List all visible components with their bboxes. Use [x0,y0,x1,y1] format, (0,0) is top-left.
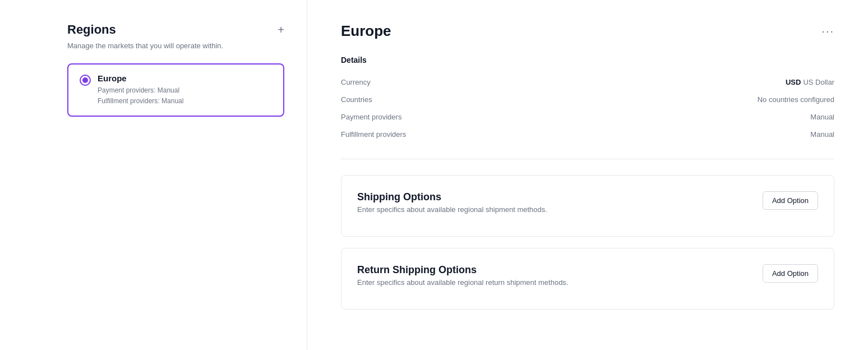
return-shipping-options-section: Return Shipping Options Enter specifics … [341,248,834,310]
shipping-options-subtitle: Enter specifics about available regional… [357,205,547,214]
region-title: Europe [341,22,391,40]
payment-providers-value: Manual [810,113,834,121]
page-layout: Regions + Manage the markets that you wi… [0,0,868,350]
left-panel: Regions + Manage the markets that you wi… [0,0,307,350]
fulfillment-providers-value: Manual [810,130,834,139]
currency-code: USD [786,78,801,86]
region-payment-providers: Payment providers: Manual [98,85,183,96]
countries-key: Countries [341,95,372,104]
region-name: Europe [98,73,183,83]
region-info: Europe Payment providers: Manual Fulfill… [98,73,183,107]
currency-row: Currency USDUS Dollar [341,73,834,91]
return-shipping-options-title: Return Shipping Options [357,264,569,276]
payment-providers-row: Payment providers Manual [341,108,834,126]
right-panel: Europe ··· Details Currency USDUS Dollar… [307,0,868,350]
region-card-europe[interactable]: Europe Payment providers: Manual Fulfill… [67,63,284,117]
return-shipping-options-text: Return Shipping Options Enter specifics … [357,264,569,287]
left-header: Regions + [67,22,284,37]
countries-value: No countries configured [758,95,834,104]
add-return-shipping-option-button[interactable]: Add Option [763,264,818,283]
shipping-options-header: Shipping Options Enter specifics about a… [357,191,818,214]
details-section: Details Currency USDUS Dollar Countries … [341,56,834,159]
more-menu-icon[interactable]: ··· [821,25,834,38]
countries-row: Countries No countries configured [341,91,834,108]
details-label: Details [341,56,834,65]
return-shipping-options-header: Return Shipping Options Enter specifics … [357,264,818,287]
currency-value: USDUS Dollar [786,78,834,86]
radio-icon [80,75,91,86]
fulfillment-providers-key: Fulfillment providers [341,130,406,139]
region-fulfillment-providers: Fulfillment providers: Manual [98,96,183,107]
add-shipping-option-button[interactable]: Add Option [763,191,818,210]
payment-providers-key: Payment providers [341,113,401,121]
shipping-options-text: Shipping Options Enter specifics about a… [357,191,547,214]
shipping-options-section: Shipping Options Enter specifics about a… [341,175,834,237]
shipping-options-title: Shipping Options [357,191,547,203]
add-region-icon[interactable]: + [278,24,284,36]
currency-name: US Dollar [803,78,834,86]
fulfillment-providers-row: Fulfillment providers Manual [341,126,834,143]
regions-subtitle: Manage the markets that you will operate… [67,42,284,50]
regions-title: Regions [67,22,116,37]
currency-key: Currency [341,78,371,86]
return-shipping-options-subtitle: Enter specifics about available regional… [357,278,569,287]
radio-inner [82,77,88,83]
region-header: Europe ··· [341,22,834,40]
